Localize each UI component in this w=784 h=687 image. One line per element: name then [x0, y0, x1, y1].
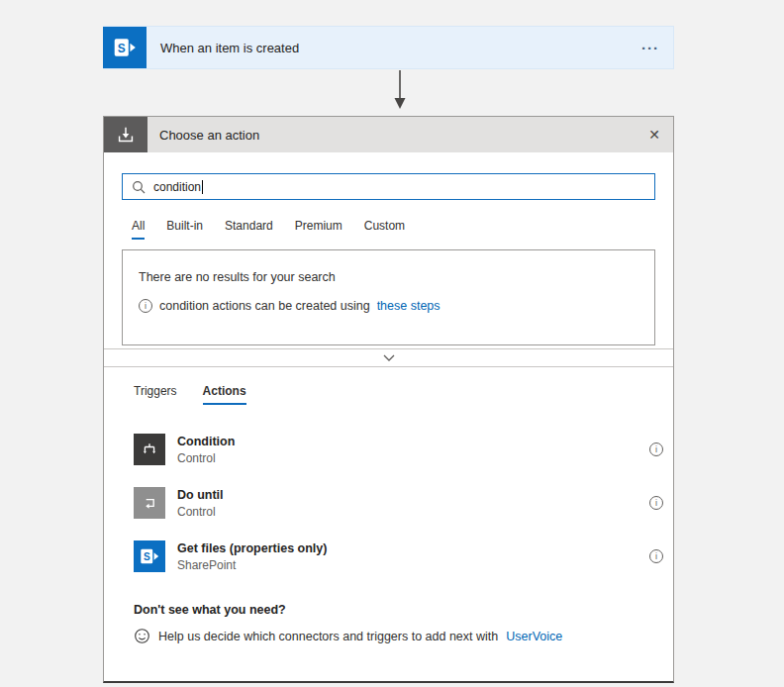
panel-header: Choose an action ✕: [104, 117, 673, 152]
text-caret: [202, 180, 203, 194]
search-value: condition: [153, 180, 201, 194]
trigger-menu-button[interactable]: ···: [641, 40, 659, 56]
sharepoint-icon: S: [134, 540, 165, 572]
trigger-card[interactable]: S When an item is created ···: [103, 26, 674, 69]
category-tabs: All Built-in Standard Premium Custom: [132, 219, 405, 240]
flow-designer-canvas: S When an item is created ··· Choose an …: [0, 0, 784, 687]
svg-text:S: S: [144, 551, 150, 562]
sharepoint-icon-glyph: S: [139, 545, 160, 567]
list-item-text: Condition Control: [177, 435, 235, 465]
panel-title: Choose an action: [159, 128, 259, 143]
choose-action-panel: Choose an action ✕ condition All Built-i…: [103, 116, 674, 683]
action-connector: Control: [177, 451, 235, 465]
tab-standard[interactable]: Standard: [225, 219, 273, 240]
sharepoint-icon: S: [103, 27, 147, 68]
search-input[interactable]: condition: [122, 173, 655, 200]
condition-icon: [134, 434, 165, 465]
uservoice-link[interactable]: UserVoice: [506, 630, 562, 643]
footer-question: Don't see what you need?: [134, 603, 286, 617]
sharepoint-icon-glyph: S: [112, 35, 138, 60]
action-name: Condition: [177, 435, 235, 448]
svg-text:S: S: [118, 42, 126, 55]
search-icon: [132, 180, 146, 194]
connector-arrow: [392, 69, 408, 111]
no-results-hint-text: condition actions can be created using: [159, 299, 370, 313]
tab-all[interactable]: All: [132, 219, 145, 240]
footer-help-text: Help us decide which connectors and trig…: [158, 630, 498, 643]
chevron-down-icon: [383, 354, 395, 361]
tab-built-in[interactable]: Built-in: [166, 219, 203, 240]
action-connector: Control: [177, 505, 224, 519]
these-steps-link[interactable]: these steps: [377, 299, 441, 313]
no-results-hint: i condition actions can be created using…: [139, 299, 654, 313]
tab-premium[interactable]: Premium: [295, 219, 343, 240]
list-item-get-files[interactable]: S Get files (properties only) SharePoint…: [104, 530, 673, 583]
smiley-icon: [134, 628, 150, 644]
tab-actions[interactable]: Actions: [203, 384, 246, 405]
tab-custom[interactable]: Custom: [364, 219, 405, 240]
list-tabs: Triggers Actions: [134, 384, 246, 405]
info-icon[interactable]: i: [649, 442, 663, 456]
action-connector: SharePoint: [177, 558, 327, 572]
choose-action-icon-glyph: [115, 124, 137, 146]
info-icon: i: [139, 299, 152, 313]
action-name: Do until: [177, 488, 224, 502]
list-item-text: Do until Control: [177, 488, 224, 519]
info-icon[interactable]: i: [649, 496, 663, 510]
do-until-icon: [134, 487, 165, 519]
do-until-icon-glyph: [140, 493, 159, 513]
choose-action-icon: [104, 117, 147, 152]
close-icon[interactable]: ✕: [648, 127, 660, 143]
condition-icon-glyph: [140, 440, 159, 459]
no-results-box: There are no results for your search i c…: [122, 249, 655, 345]
collapse-bar[interactable]: [104, 348, 673, 367]
trigger-title: When an item is created: [160, 41, 299, 55]
info-icon[interactable]: i: [649, 549, 663, 563]
list-item-text: Get files (properties only) SharePoint: [177, 541, 327, 572]
tab-triggers[interactable]: Triggers: [134, 384, 177, 405]
no-results-message: There are no results for your search: [139, 270, 654, 284]
footer-help: Help us decide which connectors and trig…: [134, 628, 562, 644]
action-name: Get files (properties only): [177, 541, 327, 555]
list-item-condition[interactable]: Condition Control i: [104, 423, 673, 476]
action-results-list: Condition Control i Do until Control i: [104, 423, 673, 583]
list-item-do-until[interactable]: Do until Control i: [104, 476, 673, 530]
